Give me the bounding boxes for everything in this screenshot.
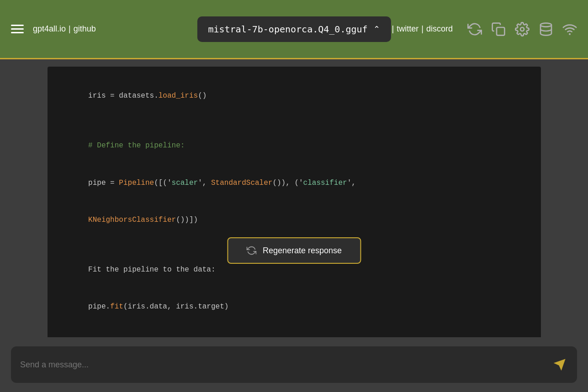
input-area bbox=[0, 337, 588, 392]
settings-button[interactable] bbox=[515, 22, 530, 37]
code-line-blank-3 bbox=[62, 326, 526, 337]
send-icon bbox=[553, 358, 566, 371]
gear-icon bbox=[515, 22, 530, 37]
header-left: gpt4all.io | github bbox=[11, 24, 96, 34]
github-link[interactable]: github bbox=[74, 24, 96, 34]
chevron-down-icon: ⌃ bbox=[373, 24, 380, 34]
model-name-label: mistral-7b-openorca.Q4_0.gguf bbox=[208, 24, 367, 35]
wifi-icon bbox=[562, 22, 577, 37]
header: gpt4all.io | github mistral-7b-openorca.… bbox=[0, 0, 588, 59]
gpt4all-link[interactable]: gpt4all.io bbox=[33, 24, 66, 34]
regenerate-button[interactable]: Regenerate response bbox=[227, 237, 361, 264]
separator-1: | bbox=[69, 24, 71, 34]
model-selector[interactable]: mistral-7b-openorca.Q4_0.gguf ⌃ bbox=[197, 16, 391, 42]
input-container bbox=[11, 346, 577, 383]
regenerate-label: Regenerate response bbox=[263, 246, 342, 256]
code-line-blank-1 bbox=[62, 115, 526, 127]
regenerate-icon bbox=[246, 246, 256, 256]
main-content: iris = datasets.load_iris() # Define the… bbox=[0, 59, 588, 337]
code-line-pipe2: KNeighborsClassifier())]) bbox=[62, 202, 526, 239]
svg-point-2 bbox=[540, 23, 551, 26]
header-icons bbox=[467, 22, 577, 37]
code-line-fit: pipe.fit(iris.data, iris.target) bbox=[62, 288, 526, 326]
database-button[interactable] bbox=[539, 22, 553, 37]
hamburger-menu[interactable] bbox=[11, 25, 24, 33]
code-line-comment: # Define the pipeline: bbox=[62, 127, 526, 165]
reload-icon bbox=[467, 22, 482, 37]
svg-rect-0 bbox=[497, 27, 504, 35]
code-block: iris = datasets.load_iris() # Define the… bbox=[48, 67, 541, 337]
code-line-1: iris = datasets.load_iris() bbox=[62, 78, 526, 115]
wifi-button[interactable] bbox=[562, 22, 577, 37]
reload-button[interactable] bbox=[467, 22, 482, 37]
header-center: mistral-7b-openorca.Q4_0.gguf ⌃ bbox=[197, 16, 391, 42]
separator-2: | bbox=[392, 24, 394, 34]
svg-point-1 bbox=[520, 27, 524, 31]
database-icon bbox=[539, 22, 553, 37]
send-button[interactable] bbox=[551, 356, 568, 373]
copy-icon bbox=[491, 22, 506, 37]
twitter-link[interactable]: twitter bbox=[397, 24, 418, 34]
separator-3: | bbox=[421, 24, 424, 34]
copy-button[interactable] bbox=[491, 22, 506, 37]
regenerate-overlay: Regenerate response bbox=[227, 237, 361, 264]
message-input[interactable] bbox=[20, 346, 551, 383]
code-line-pipe1: pipe = Pipeline([('scaler', StandardScal… bbox=[62, 164, 526, 202]
left-nav-links: gpt4all.io | github bbox=[33, 24, 96, 34]
header-right: nomic.ai | twitter | discord bbox=[359, 22, 577, 37]
discord-link[interactable]: discord bbox=[426, 24, 453, 34]
